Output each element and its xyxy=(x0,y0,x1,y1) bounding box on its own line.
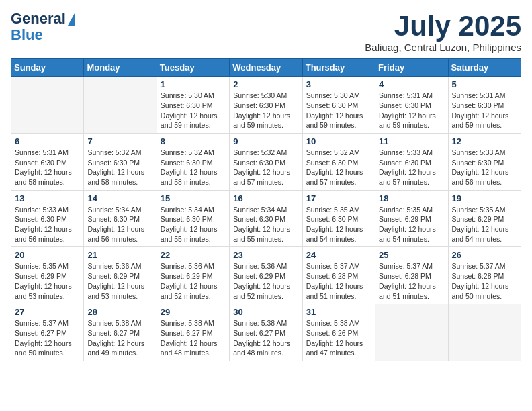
day-info: Sunrise: 5:35 AMSunset: 6:29 PMDaylight:… xyxy=(379,205,444,244)
sunset-label: Sunset: 6:29 PM xyxy=(233,272,285,280)
sunrise-label: Sunrise: 5:34 AM xyxy=(233,205,287,214)
day-info: Sunrise: 5:30 AMSunset: 6:30 PMDaylight:… xyxy=(233,91,298,130)
page-header: General Blue July 2025 Baliuag, Central … xyxy=(11,11,521,53)
calendar-cell: 22Sunrise: 5:36 AMSunset: 6:29 PMDayligh… xyxy=(157,247,229,304)
sunrise-label: Sunrise: 5:38 AM xyxy=(306,319,360,327)
calendar-cell: 29Sunrise: 5:38 AMSunset: 6:27 PMDayligh… xyxy=(157,304,229,361)
daylight-label: Daylight: 12 hours and 59 minutes. xyxy=(379,111,436,130)
sunrise-label: Sunrise: 5:36 AM xyxy=(161,262,214,270)
sunrise-label: Sunrise: 5:31 AM xyxy=(15,148,69,156)
day-info: Sunrise: 5:34 AMSunset: 6:30 PMDaylight:… xyxy=(233,205,298,244)
sunrise-label: Sunrise: 5:32 AM xyxy=(161,148,214,156)
calendar-cell: 10Sunrise: 5:32 AMSunset: 6:30 PMDayligh… xyxy=(302,133,375,190)
day-info: Sunrise: 5:30 AMSunset: 6:30 PMDaylight:… xyxy=(161,91,226,130)
day-info: Sunrise: 5:37 AMSunset: 6:27 PMDaylight:… xyxy=(15,318,80,358)
day-number: 24 xyxy=(306,250,371,260)
calendar-cell: 20Sunrise: 5:35 AMSunset: 6:29 PMDayligh… xyxy=(11,247,84,304)
daylight-label: Daylight: 12 hours and 52 minutes. xyxy=(233,282,290,300)
sunrise-label: Sunrise: 5:34 AM xyxy=(87,205,141,214)
location: Baliuag, Central Luzon, Philippines xyxy=(365,42,521,53)
weekday-header-saturday: Saturday xyxy=(448,59,521,77)
sunset-label: Sunset: 6:28 PM xyxy=(306,272,359,280)
day-info: Sunrise: 5:33 AMSunset: 6:30 PMDaylight:… xyxy=(15,205,80,244)
calendar-cell: 26Sunrise: 5:37 AMSunset: 6:28 PMDayligh… xyxy=(448,247,521,304)
day-number: 20 xyxy=(15,250,80,260)
calendar-cell: 15Sunrise: 5:34 AMSunset: 6:30 PMDayligh… xyxy=(157,190,229,247)
daylight-label: Daylight: 12 hours and 50 minutes. xyxy=(452,282,509,300)
sunset-label: Sunset: 6:30 PM xyxy=(87,215,140,223)
day-info: Sunrise: 5:36 AMSunset: 6:29 PMDaylight:… xyxy=(233,261,298,301)
calendar-cell: 2Sunrise: 5:30 AMSunset: 6:30 PMDaylight… xyxy=(230,77,302,134)
sunrise-label: Sunrise: 5:37 AM xyxy=(15,319,69,327)
day-number: 21 xyxy=(87,250,152,260)
daylight-label: Daylight: 12 hours and 48 minutes. xyxy=(161,339,218,357)
calendar-cell: 25Sunrise: 5:37 AMSunset: 6:28 PMDayligh… xyxy=(375,247,448,304)
day-info: Sunrise: 5:38 AMSunset: 6:26 PMDaylight:… xyxy=(306,318,371,358)
day-info: Sunrise: 5:35 AMSunset: 6:30 PMDaylight:… xyxy=(306,205,371,244)
day-number: 12 xyxy=(452,136,517,146)
daylight-label: Daylight: 12 hours and 56 minutes. xyxy=(87,225,144,243)
week-row-3: 13Sunrise: 5:33 AMSunset: 6:30 PMDayligh… xyxy=(11,190,521,247)
sunrise-label: Sunrise: 5:37 AM xyxy=(306,262,360,270)
calendar-cell: 18Sunrise: 5:35 AMSunset: 6:29 PMDayligh… xyxy=(375,190,448,247)
sunset-label: Sunset: 6:30 PM xyxy=(452,101,504,109)
sunset-label: Sunset: 6:30 PM xyxy=(379,158,431,167)
daylight-label: Daylight: 12 hours and 58 minutes. xyxy=(15,168,72,186)
day-number: 2 xyxy=(233,79,298,89)
calendar-cell: 9Sunrise: 5:32 AMSunset: 6:30 PMDaylight… xyxy=(230,133,302,190)
calendar-cell: 17Sunrise: 5:35 AMSunset: 6:30 PMDayligh… xyxy=(302,190,375,247)
day-info: Sunrise: 5:32 AMSunset: 6:30 PMDaylight:… xyxy=(233,148,298,187)
weekday-header-monday: Monday xyxy=(84,59,157,77)
weekday-header-tuesday: Tuesday xyxy=(157,59,229,77)
sunset-label: Sunset: 6:30 PM xyxy=(15,215,67,223)
calendar-cell xyxy=(448,304,521,361)
sunset-label: Sunset: 6:30 PM xyxy=(306,215,359,223)
calendar-cell: 16Sunrise: 5:34 AMSunset: 6:30 PMDayligh… xyxy=(230,190,302,247)
day-info: Sunrise: 5:36 AMSunset: 6:29 PMDaylight:… xyxy=(161,261,226,301)
calendar-cell: 21Sunrise: 5:36 AMSunset: 6:29 PMDayligh… xyxy=(84,247,157,304)
calendar-cell xyxy=(375,304,448,361)
day-number: 25 xyxy=(379,250,444,260)
sunset-label: Sunset: 6:30 PM xyxy=(452,158,504,167)
sunrise-label: Sunrise: 5:38 AM xyxy=(233,319,287,327)
week-row-5: 27Sunrise: 5:37 AMSunset: 6:27 PMDayligh… xyxy=(11,304,521,361)
sunrise-label: Sunrise: 5:35 AM xyxy=(452,205,506,214)
daylight-label: Daylight: 12 hours and 54 minutes. xyxy=(379,225,436,243)
weekday-header-sunday: Sunday xyxy=(11,59,84,77)
sunset-label: Sunset: 6:30 PM xyxy=(15,158,67,167)
sunrise-label: Sunrise: 5:31 AM xyxy=(452,91,506,99)
sunrise-label: Sunrise: 5:30 AM xyxy=(306,91,360,99)
day-number: 10 xyxy=(306,136,371,146)
day-info: Sunrise: 5:34 AMSunset: 6:30 PMDaylight:… xyxy=(161,205,226,244)
sunrise-label: Sunrise: 5:36 AM xyxy=(233,262,287,270)
day-number: 29 xyxy=(161,307,226,317)
sunrise-label: Sunrise: 5:30 AM xyxy=(161,91,214,99)
daylight-label: Daylight: 12 hours and 58 minutes. xyxy=(161,168,218,186)
sunset-label: Sunset: 6:27 PM xyxy=(161,329,213,337)
calendar-cell xyxy=(84,77,157,134)
day-info: Sunrise: 5:31 AMSunset: 6:30 PMDaylight:… xyxy=(15,148,80,187)
day-info: Sunrise: 5:37 AMSunset: 6:28 PMDaylight:… xyxy=(306,261,371,301)
sunset-label: Sunset: 6:27 PM xyxy=(15,329,67,337)
sunrise-label: Sunrise: 5:33 AM xyxy=(452,148,506,156)
day-number: 14 xyxy=(87,193,152,203)
sunset-label: Sunset: 6:29 PM xyxy=(379,215,431,223)
sunrise-label: Sunrise: 5:34 AM xyxy=(161,205,214,214)
day-info: Sunrise: 5:37 AMSunset: 6:28 PMDaylight:… xyxy=(379,261,444,301)
day-number: 5 xyxy=(452,79,517,89)
daylight-label: Daylight: 12 hours and 56 minutes. xyxy=(452,168,509,186)
day-info: Sunrise: 5:33 AMSunset: 6:30 PMDaylight:… xyxy=(379,148,444,187)
calendar-cell: 19Sunrise: 5:35 AMSunset: 6:29 PMDayligh… xyxy=(448,190,521,247)
sunset-label: Sunset: 6:26 PM xyxy=(306,329,359,337)
day-number: 11 xyxy=(379,136,444,146)
calendar-cell: 4Sunrise: 5:31 AMSunset: 6:30 PMDaylight… xyxy=(375,77,448,134)
sunset-label: Sunset: 6:30 PM xyxy=(233,215,285,223)
daylight-label: Daylight: 12 hours and 58 minutes. xyxy=(87,168,144,186)
sunrise-label: Sunrise: 5:32 AM xyxy=(87,148,141,156)
sunrise-label: Sunrise: 5:38 AM xyxy=(87,319,141,327)
sunrise-label: Sunrise: 5:32 AM xyxy=(306,148,360,156)
day-info: Sunrise: 5:32 AMSunset: 6:30 PMDaylight:… xyxy=(161,148,226,187)
logo-text: General xyxy=(11,11,75,27)
calendar-cell: 3Sunrise: 5:30 AMSunset: 6:30 PMDaylight… xyxy=(302,77,375,134)
sunset-label: Sunset: 6:30 PM xyxy=(233,158,285,167)
